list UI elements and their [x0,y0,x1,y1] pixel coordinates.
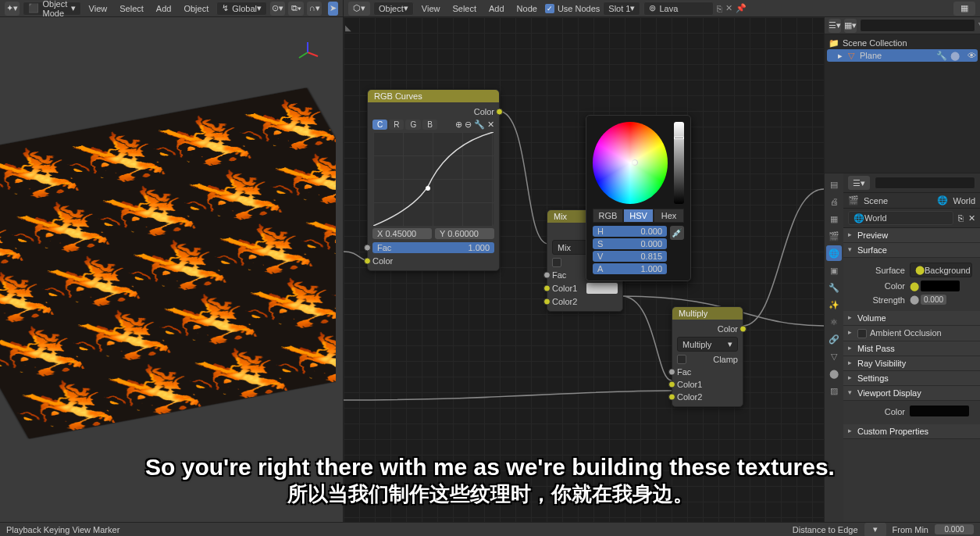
zoom-out-icon[interactable]: ⊖ [465,120,472,130]
prop-search-input[interactable] [875,177,975,189]
prop-tab-output[interactable]: 🖨 [826,194,842,209]
panel-custom[interactable]: Custom Properties [843,424,980,439]
prop-tab-scene[interactable]: 🎬 [826,228,842,244]
channel-b[interactable]: B [422,120,437,130]
prop-tab-physics[interactable]: ⚛ [826,314,842,330]
modifier-icon[interactable]: 🔧 [936,51,947,61]
new-icon[interactable]: ✕ [968,213,975,223]
prop-tab-texture[interactable]: ▨ [826,383,842,398]
strength-field[interactable]: 0.000 [921,295,946,305]
prop-tab-data[interactable]: ▽ [826,348,842,364]
collapse-corner-icon[interactable]: ◣ [345,23,351,32]
pin-icon[interactable]: ☰▾ [848,176,870,190]
material-icon[interactable]: ⬤ [950,51,960,61]
material-selector[interactable]: ⊚Lava [643,2,714,16]
curve-y-field[interactable]: Y 0.60000 [435,228,494,239]
menu-add[interactable]: Add [151,2,176,15]
panel-settings[interactable]: Settings [843,371,980,386]
channel-g[interactable]: G [405,120,421,130]
color1-swatch[interactable] [586,283,618,294]
outliner-type-icon[interactable]: ☰▾ [829,19,841,33]
fac-field[interactable]: Fac1.000 [372,242,494,253]
scene-crumb[interactable]: Scene [864,196,888,205]
panel-mist[interactable]: Mist Pass [843,341,980,356]
mode-selector[interactable]: ⬛Object Mode ▾ [23,2,80,16]
node-backdrop-icon[interactable]: ▦ [953,2,975,16]
prop-tab-constraint[interactable]: 🔗 [826,331,842,347]
tool-icon[interactable]: ➤ [328,2,338,16]
curve-widget[interactable] [373,132,494,226]
proportional-icon[interactable]: ∩▾ [307,2,322,16]
zoom-in-icon[interactable]: ⊕ [455,120,462,130]
pivot-icon[interactable]: ⊙▾ [270,2,285,16]
bg-color-swatch[interactable] [921,281,960,291]
timeline-menus[interactable]: Playback Keying View Marker [6,525,119,534]
prop-tab-render[interactable]: ▤ [826,177,842,192]
channel-buttons[interactable]: C R G B ⊕⊖🔧✕ [372,120,494,130]
from-min-field[interactable]: 0.000 [935,524,974,534]
use-nodes-toggle[interactable]: Use Nodes [545,4,600,13]
new-mat-icon[interactable]: ✕ [725,3,732,13]
curve-x-field[interactable]: X 0.45000 [372,228,432,239]
menu-select[interactable]: Select [115,2,148,15]
collection-row[interactable]: 📁 Scene Collection [827,37,978,49]
plane-row[interactable]: ▸ ▽ Plane 🔧 ⬤ 👁 [827,49,978,62]
editor-type-icon[interactable]: ✦▾ [5,2,20,16]
tab-hex[interactable]: Hex [654,209,684,223]
timeline-area[interactable]: Playback Keying View Marker Distance to … [0,522,980,536]
node-rgb-curves[interactable]: RGB Curves Color C R G B ⊕⊖🔧✕ X 0.45000 … [367,89,500,271]
wrench-icon[interactable]: 🔧 [474,120,485,130]
world-crumb[interactable]: World [953,196,975,205]
nmenu-node[interactable]: Node [512,2,542,15]
property-tabs[interactable]: ▤ 🖨 ▦ 🎬 🌐 ▣ 🔧 ✨ ⚛ 🔗 ▽ ⬤ ▨ [825,173,843,522]
browse-icon[interactable]: ⎘ [958,213,964,223]
value-slider[interactable] [674,122,684,204]
slot-selector[interactable]: Slot 1 ▾ [603,2,640,16]
nmenu-view[interactable]: View [417,2,445,15]
nmenu-select[interactable]: Select [447,2,481,15]
color-wheel[interactable] [593,122,668,204]
menu-view[interactable]: View [84,2,112,15]
eyedropper-icon[interactable]: 💉 [670,226,684,240]
node-multiply[interactable]: Multiply Color Multiply▾ Clamp Fac Color… [672,306,743,407]
panel-ao[interactable]: Ambient Occlusion [843,326,980,341]
browse-icon[interactable]: ⎘ [717,4,722,13]
tab-rgb[interactable]: RGB [593,209,623,223]
snap-icon[interactable]: ⧉▾ [288,2,303,16]
prop-tab-world[interactable]: 🌐 [826,245,842,261]
tab-hsv[interactable]: HSV [623,209,654,223]
world-datablock[interactable]: 🌐 World [848,211,953,225]
nmenu-add[interactable]: Add [484,2,509,15]
channel-r[interactable]: R [389,120,404,130]
prop-tab-material[interactable]: ⬤ [826,366,842,381]
h-field[interactable]: H0.000 [593,226,667,237]
prop-tab-particle[interactable]: ✨ [826,297,842,313]
clamp-checkbox[interactable] [552,258,561,267]
prop-tab-viewlayer[interactable]: ▦ [826,211,842,227]
editor-type-node-icon[interactable]: ⬡▾ [348,2,370,16]
s-field[interactable]: S0.000 [593,238,667,249]
panel-ray[interactable]: Ray Visibility [843,356,980,371]
axis-gizmo[interactable] [296,41,319,64]
prop-tab-object[interactable]: ▣ [826,263,842,278]
vp-color-swatch[interactable] [910,406,969,416]
panel-surface[interactable]: Surface [843,243,980,258]
visibility-icon[interactable]: 👁 [968,51,976,60]
outliner-search[interactable] [860,19,975,32]
panel-preview[interactable]: Preview [843,228,980,243]
close-icon[interactable]: ✕ [487,120,494,130]
color-picker-popup[interactable]: RGB HSV Hex H0.000 S0.000 V0.815 A1.000 … [586,115,691,281]
pin-icon[interactable]: 📌 [736,3,747,13]
panel-volume[interactable]: Volume [843,311,980,326]
color-mode-tabs[interactable]: RGB HSV Hex [593,209,684,223]
surface-shader-select[interactable]: ⬤ Background [910,263,972,277]
blend-mode-select[interactable]: Multiply▾ [677,337,738,352]
outliner-tree[interactable]: 📁 Scene Collection ▸ ▽ Plane 🔧 ⬤ 👁 [825,34,980,173]
menu-object[interactable]: Object [179,2,213,15]
panel-viewport[interactable]: Viewport Display [843,386,980,401]
lava-plane-object[interactable] [0,80,336,447]
a-field[interactable]: A1.000 [593,263,667,274]
orientation-selector[interactable]: ↯Global ▾ [216,2,267,16]
prop-tab-modifier[interactable]: 🔧 [826,280,842,295]
node-type-selector[interactable]: Object ▾ [373,2,414,16]
